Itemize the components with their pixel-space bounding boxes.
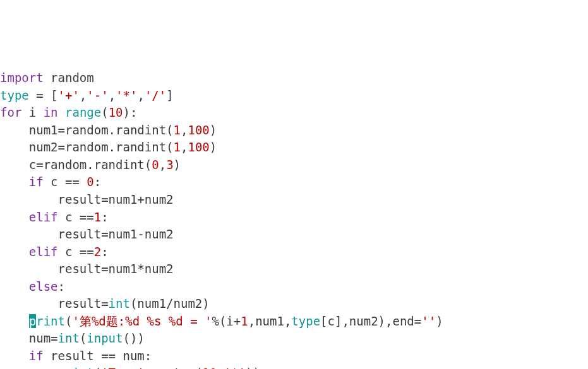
token-op: , — [159, 158, 166, 172]
token-name — [0, 366, 58, 369]
token-op: , — [217, 366, 224, 369]
token-name — [0, 314, 29, 328]
token-kw-import: import — [0, 71, 51, 85]
code-line: type = ['+','-','*','/'] — [0, 87, 588, 105]
token-name: c=random.randint( — [0, 158, 152, 172]
token-str: '-' — [87, 88, 108, 102]
token-kw-for: for — [0, 105, 21, 119]
token-op: ] — [166, 88, 173, 102]
token-cursor: p — [29, 314, 36, 328]
code-line: result=int(num1/num2) — [0, 295, 588, 313]
token-name: (num1/num2) — [130, 296, 210, 310]
token-str: '第%d题:%d %s %d = ' — [72, 314, 212, 328]
token-kw-else: else — [29, 279, 58, 293]
token-name — [0, 245, 29, 259]
token-op: ( — [65, 314, 72, 328]
token-kw-elif: elif — [29, 245, 58, 259]
token-num: 100 — [188, 140, 209, 154]
token-num: 100 — [188, 123, 209, 137]
code-line: result=num1-num2 — [0, 226, 588, 243]
token-name: c == — [58, 245, 94, 259]
token-num: 2 — [94, 245, 101, 259]
token-kw-elif: elif — [29, 210, 58, 224]
token-op: : — [101, 245, 108, 259]
code-line: result=num1+num2 — [0, 191, 588, 209]
token-name: i — [21, 105, 43, 119]
token-op: ( — [94, 366, 101, 369]
code-line: else: — [0, 278, 588, 296]
token-op: ) — [210, 140, 217, 154]
token-str: '' — [421, 314, 436, 328]
code-line: num2=random.randint(1,100) — [0, 139, 588, 156]
token-op: ): — [123, 105, 138, 119]
token-name: num1=random.randint( — [0, 123, 174, 137]
token-str: '*' — [116, 88, 137, 102]
token-num: 1 — [94, 210, 101, 224]
token-num: 1 — [241, 314, 248, 328]
token-str: '+' — [58, 88, 80, 102]
token-op: ( — [101, 105, 108, 119]
token-name: num= — [0, 331, 58, 345]
code-line: print('第%d题:%d %s %d = '%(i+1,num1,type[… — [0, 313, 588, 331]
token-op: , — [137, 88, 144, 102]
token-str: '/' — [145, 88, 166, 102]
token-num: 0 — [87, 175, 93, 189]
token-op: , — [80, 88, 87, 102]
code-line: for i in range(10): — [0, 104, 588, 122]
token-op: : — [58, 279, 65, 293]
code-line: num1=random.randint(1,100) — [0, 122, 588, 139]
token-str: 'True' — [101, 366, 145, 369]
token-name: num2=random.randint( — [0, 140, 174, 154]
token-builtin: print — [58, 366, 94, 369]
token-name — [58, 105, 65, 119]
token-num: 1 — [174, 140, 181, 154]
token-builtin: rint — [36, 314, 65, 328]
token-op: ()) — [123, 331, 145, 345]
token-name — [0, 175, 29, 189]
code-line: import random — [0, 69, 588, 87]
token-num: 0 — [152, 158, 159, 172]
code-line: num=int(input()) — [0, 330, 588, 348]
token-builtin: type — [291, 314, 320, 328]
code-line: elif c ==1: — [0, 209, 588, 226]
code-line: if c == 0: — [0, 173, 588, 191]
token-name: .center( — [145, 366, 203, 369]
token-kw-if: if — [29, 349, 44, 363]
token-kw-if: if — [29, 175, 44, 189]
token-op: ( — [80, 331, 87, 345]
token-kw-in: in — [44, 105, 58, 119]
token-name: result == num: — [44, 349, 152, 363]
token-op: , — [181, 140, 188, 154]
token-op: ) — [174, 158, 181, 172]
token-op: , — [181, 123, 188, 137]
token-name: %(i+ — [212, 314, 241, 328]
token-builtin: int — [58, 331, 80, 345]
token-op: )) — [246, 366, 260, 369]
token-op: = [ — [29, 88, 58, 102]
token-name — [0, 210, 29, 224]
code-line: c=random.randint(0,3) — [0, 156, 588, 174]
token-num: 10 — [202, 366, 217, 369]
token-name: [c],num2),end= — [320, 314, 421, 328]
token-name: ,num1, — [248, 314, 292, 328]
token-name: c == — [44, 175, 87, 189]
code-line: if result == num: — [0, 348, 588, 365]
token-op: ) — [210, 123, 217, 137]
token-builtin: int — [109, 296, 130, 310]
token-name — [0, 349, 29, 363]
token-builtin: type — [0, 88, 29, 102]
token-num: 3 — [166, 158, 173, 172]
token-num: 10 — [109, 105, 123, 119]
code-line: elif c ==2: — [0, 243, 588, 261]
token-op: , — [109, 88, 116, 102]
token-builtin: input — [87, 331, 123, 345]
code-line: print('True'.center(10,'*')) — [0, 365, 588, 369]
code-line: result=num1*num2 — [0, 261, 588, 278]
token-num: 1 — [174, 123, 181, 137]
code-block: import randomtype = ['+','-','*','/']for… — [0, 69, 588, 369]
token-name: result=num1+num2 — [0, 192, 174, 206]
token-str: '*' — [224, 366, 246, 369]
token-op: ) — [436, 314, 443, 328]
token-mod: random — [51, 71, 94, 85]
token-op: : — [101, 210, 108, 224]
